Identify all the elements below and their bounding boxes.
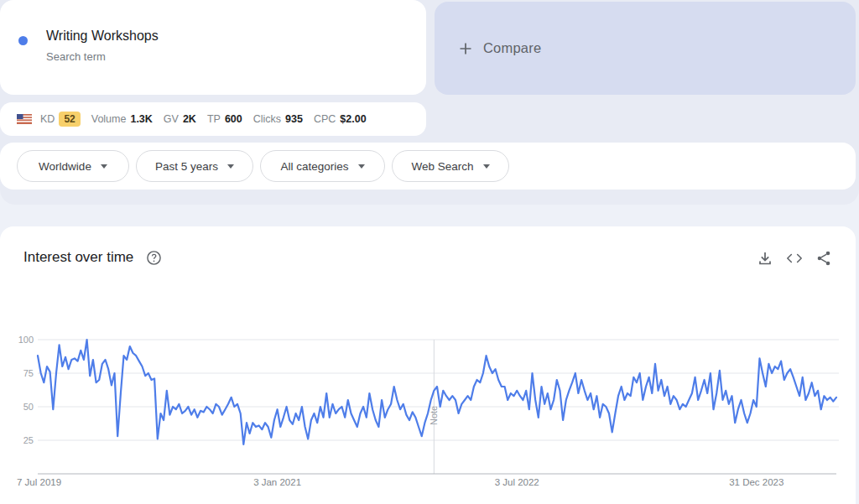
search-term-card[interactable]: Writing Workshops Search term [0,0,426,95]
trend-line-writing-workshops [38,340,836,444]
stat-tp: TP 600 [207,113,242,125]
y-axis-tick-label: 50 [23,402,34,412]
help-circle-icon[interactable] [145,249,162,266]
chevron-down-icon [227,164,234,169]
x-axis-tick-label: 7 Jul 2019 [17,477,61,487]
filter-category[interactable]: All categories [260,150,385,182]
stat-cpc: CPC $2.00 [314,113,367,125]
interest-over-time-chart: 255075100Note7 Jul 20193 Jan 20213 Jul 2… [0,331,856,495]
stat-volume: Volume 1.3K [91,113,153,125]
y-axis-tick-label: 25 [23,435,34,445]
filter-time-range[interactable]: Past 5 years [136,150,253,182]
plus-icon [458,41,473,56]
filter-region[interactable]: Worldwide [17,150,129,182]
search-term-type: Search term [46,50,106,63]
stat-clicks: Clicks 935 [253,113,303,125]
filter-search-type[interactable]: Web Search [392,150,509,182]
x-axis-tick-label: 3 Jul 2022 [495,477,539,487]
top-section: Writing Workshops Search term Compare KD… [0,0,859,205]
stat-gv: GV 2K [164,113,196,125]
kd-score-badge: 52 [59,112,80,127]
share-icon[interactable] [815,250,832,267]
chevron-down-icon [358,164,365,169]
embed-code-icon[interactable] [786,250,803,267]
series-color-dot [18,36,28,45]
compare-label: Compare [483,40,541,56]
x-axis-tick-label: 31 Dec 2023 [729,477,784,487]
keyword-stats-bar: KD 52 Volume 1.3K GV 2K TP 600 Clicks 93… [0,102,426,136]
interest-over-time-card: Interest over time [0,226,856,504]
search-term-title: Writing Workshops [46,29,159,44]
chevron-down-icon [483,164,490,169]
x-axis-tick-label: 3 Jan 2021 [253,477,301,487]
compare-button[interactable]: Compare [435,2,856,95]
chart-title: Interest over time [23,249,133,266]
y-axis-tick-label: 75 [23,368,34,378]
download-icon[interactable] [757,250,773,267]
note-annotation-label[interactable]: Note [429,406,439,425]
us-flag-icon [17,114,32,124]
stat-kd: KD 52 [40,112,81,127]
chevron-down-icon [101,164,107,169]
y-axis-tick-label: 100 [18,335,34,345]
filters-bar: Worldwide Past 5 years All categories We… [0,143,856,190]
